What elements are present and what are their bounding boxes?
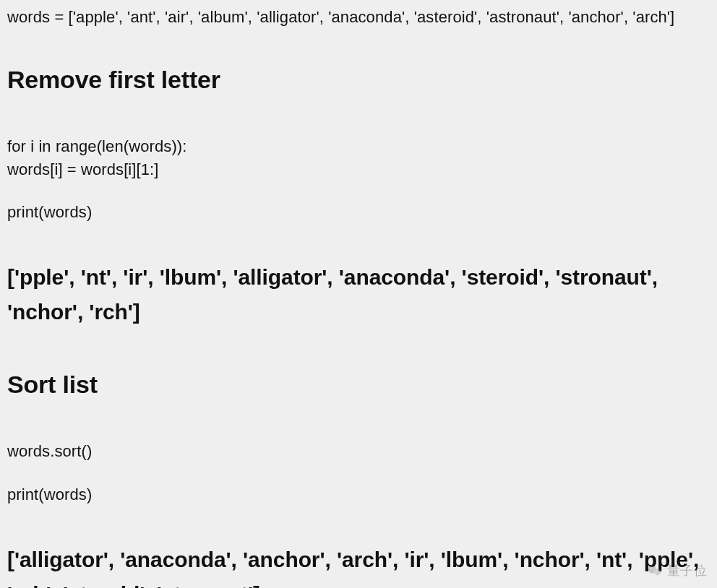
heading-remove-first-letter: Remove first letter (7, 65, 710, 95)
heading-sort-list: Sort list (7, 370, 710, 399)
svg-point-4 (656, 571, 656, 571)
output-sorted-list: ['alligator', 'anaconda', 'anchor', 'arc… (7, 542, 710, 588)
svg-point-3 (653, 568, 653, 569)
code-print-words-1: print(words) (7, 201, 710, 224)
watermark-label: 量子位 (667, 562, 708, 579)
svg-point-1 (654, 568, 661, 575)
code-words-list: words = ['apple', 'ant', 'air', 'album',… (7, 6, 710, 29)
wechat-icon (647, 563, 663, 579)
code-print-words-2: print(words) (7, 483, 710, 506)
code-slice-assignment: words[i] = words[i][1:] (7, 158, 710, 181)
output-removed-first-letter: ['pple', 'nt', 'ir', 'lbum', 'alligator'… (7, 260, 710, 329)
svg-point-2 (650, 568, 651, 569)
svg-point-5 (658, 571, 658, 571)
code-words-sort: words.sort() (7, 440, 710, 463)
code-for-loop: for i in range(len(words)): (7, 135, 710, 158)
watermark: 量子位 (647, 562, 708, 579)
